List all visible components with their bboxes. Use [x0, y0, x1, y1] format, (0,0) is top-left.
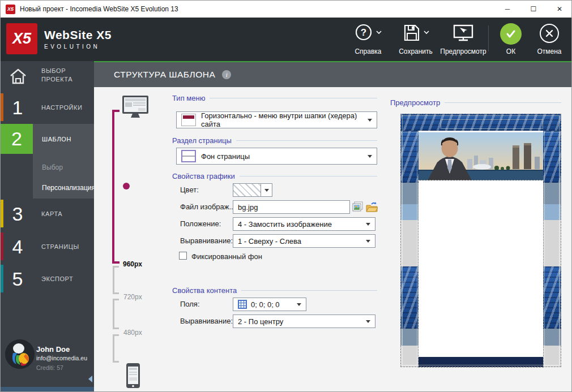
help-icon: ? — [344, 23, 392, 45]
app-window: X5 Новый проект - Incomedia WebSite X5 E… — [0, 0, 572, 392]
resolution-mark-720[interactable]: 720px — [123, 293, 142, 301]
chevron-down-icon — [366, 223, 370, 226]
step-number: 2 — [1, 124, 33, 153]
group-graphics: Свойства графики — [172, 172, 377, 180]
margins-dropdown[interactable]: 0; 0; 0; 0 — [233, 298, 306, 311]
section-header: СТРУКТУРА ШАБЛОНА i — [94, 62, 572, 87]
step-number: 4 — [7, 232, 28, 261]
app-icon: X5 — [6, 5, 15, 14]
title-bar: X5 Новый проект - Incomedia WebSite X5 E… — [1, 1, 572, 18]
group-content: Свойства контента — [172, 286, 377, 295]
page-section-dropdown[interactable]: Фон страницы — [176, 148, 377, 165]
minimize-button[interactable]: ─ — [494, 1, 520, 18]
main-area: СТРУКТУРА ШАБЛОНА i 960px 720px 480px — [94, 61, 572, 392]
template-submenu: ШАБЛОН Выбор Персонализация — [33, 124, 101, 199]
app-header: X5 WebSite X5 EVOLUTION ? Справка — [1, 18, 572, 61]
step-accent — [1, 93, 3, 121]
position-label: Положение: — [180, 219, 221, 228]
open-file-button[interactable] — [365, 200, 378, 213]
preview-left-column — [400, 131, 419, 367]
color-label: Цвет: — [180, 186, 199, 194]
content-alignment-dropdown[interactable]: 2 - По центру — [233, 315, 375, 328]
toolbar-divider — [488, 25, 489, 51]
sidebar: ВЫБОР ПРОЕКТА 1 НАСТРОЙКИ 2 ШАБЛОН Выбор… — [1, 61, 94, 392]
logo-subtitle: EVOLUTION — [44, 44, 112, 50]
sidebar-item-label: ШАБЛОН — [42, 124, 71, 154]
fixed-background-checkbox[interactable] — [179, 252, 187, 260]
sidebar-collapse-arrow-icon[interactable] — [88, 376, 92, 382]
sidebar-item-label: КАРТА — [41, 199, 62, 229]
sidebar-item-pages[interactable]: 4 СТРАНИЦЫ — [1, 231, 94, 261]
image-library-button[interactable] — [352, 200, 364, 213]
chevron-down-icon — [366, 320, 370, 323]
color-picker[interactable] — [233, 183, 272, 197]
resolution-slider-dot[interactable] — [123, 183, 130, 189]
content-area: 960px 720px 480px Тип меню — [94, 87, 572, 392]
ok-check-icon — [500, 23, 522, 45]
user-credits: Crediti: 57 — [36, 364, 63, 371]
menu-type-dropdown[interactable]: Горизонтально - меню внутри шапки (хедер… — [176, 111, 377, 128]
resolution-mark-480[interactable]: 480px — [123, 329, 142, 337]
chevron-down-icon — [366, 240, 370, 243]
step-accent — [1, 200, 3, 227]
user-email: info@incomedia.eu — [36, 355, 87, 361]
user-profile[interactable]: John Doe info@incomedia.eu Crediti: 57 — [1, 337, 94, 387]
chevron-down-icon — [368, 119, 372, 122]
save-button[interactable]: Сохранить — [392, 23, 439, 55]
step-accent — [1, 232, 3, 260]
sidebar-item-settings[interactable]: 1 НАСТРОЙКИ — [1, 92, 94, 122]
cancel-x-icon — [540, 24, 559, 43]
resolution-range-desktop[interactable] — [112, 110, 118, 264]
window-title: Новый проект - Incomedia WebSite X5 Evol… — [20, 5, 178, 13]
chevron-down-icon — [424, 23, 429, 42]
page-background-icon — [181, 150, 196, 162]
chevron-down-icon — [376, 23, 382, 42]
chevron-down-icon — [264, 189, 269, 192]
sidebar-item-sitemap[interactable]: 3 КАРТА — [1, 199, 94, 229]
image-file-input[interactable]: bg.jpg — [233, 200, 350, 214]
color-swatch-transparent — [233, 183, 261, 197]
svg-text:?: ? — [361, 27, 366, 38]
content-alignment-label: Выравнивание: — [180, 317, 233, 325]
preview-button[interactable]: Предпросмотр — [439, 23, 487, 55]
margins-label: Поля: — [180, 300, 200, 308]
window-controls: ─ ☐ ✕ — [494, 1, 572, 18]
sidebar-item-label: ВЫБОР ПРОЕКТА — [41, 67, 72, 84]
submenu-item-personalization[interactable]: Персонализация — [42, 184, 95, 192]
group-page-section: Раздел страницы — [172, 136, 377, 145]
save-icon — [392, 23, 439, 45]
alignment-dropdown[interactable]: 1 - Сверху - Слева — [233, 234, 375, 248]
step-number: 5 — [7, 265, 28, 293]
resolution-range-720[interactable] — [113, 299, 118, 329]
group-preview: Предпросмотр — [390, 98, 561, 107]
ok-button[interactable]: ОК — [492, 23, 530, 55]
main-toolbar: ? Справка — [344, 23, 569, 55]
resolution-range-960[interactable] — [113, 266, 118, 294]
preview-top-band — [400, 114, 561, 131]
desktop-monitor-icon[interactable] — [121, 94, 150, 119]
resolution-range-480[interactable] — [113, 334, 118, 363]
step-number: 1 — [7, 93, 28, 122]
resolution-mark-960[interactable]: 960px — [123, 260, 142, 268]
smartphone-icon[interactable] — [126, 363, 140, 389]
image-file-label: Файл изображ... — [180, 203, 235, 211]
preview-monitor-icon — [439, 23, 487, 45]
home-icon — [8, 67, 28, 85]
image-library-icon — [352, 201, 364, 213]
color-dropdown-button[interactable] — [261, 183, 272, 197]
help-button[interactable]: ? Справка — [344, 23, 392, 55]
sidebar-item-project-selection[interactable]: ВЫБОР ПРОЕКТА — [1, 61, 94, 91]
active-step-block: 2 — [1, 124, 33, 154]
cancel-button[interactable]: Отмена — [530, 23, 569, 55]
maximize-button[interactable]: ☐ — [520, 1, 547, 18]
close-button[interactable]: ✕ — [547, 1, 572, 18]
position-dropdown[interactable]: 4 - Замостить изображение — [233, 217, 375, 231]
logo-x5-icon: X5 — [6, 23, 37, 54]
page-title: СТРУКТУРА ШАБЛОНА — [114, 70, 215, 80]
avatar — [5, 339, 35, 369]
info-icon[interactable]: i — [222, 70, 231, 79]
submenu-item-selection[interactable]: Выбор — [42, 163, 63, 171]
sidebar-item-export[interactable]: 5 ЭКСПОРТ — [1, 264, 94, 294]
fixed-background-label: Фиксированный фон — [191, 252, 262, 261]
sidebar-item-label: ЭКСПОРТ — [41, 264, 73, 294]
